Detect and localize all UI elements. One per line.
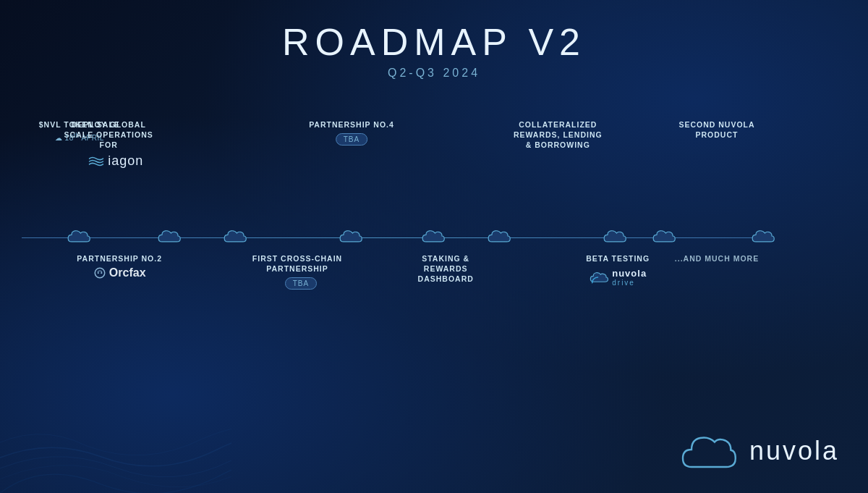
cloud-node-5 xyxy=(222,227,250,248)
subtitle: Q2-Q3 2024 xyxy=(0,67,868,80)
nuvola-brand: nuvola xyxy=(680,429,839,473)
partnership4-item: PARTNERSHIP No.4 TBA xyxy=(309,119,394,160)
timeline-container: $NVL TOKEN SALE ☁ 18th APRIL DEPLOY GLOB… xyxy=(22,119,846,373)
deploy-iagon-label: DEPLOY GLOBAL SCALE OPERATIONS FOR xyxy=(61,119,156,151)
nuvola-brand-text: nuvola xyxy=(749,436,839,466)
second-nuvola-item: SECOND NUVOLA PRODUCT xyxy=(670,119,764,140)
beta-testing-label: BETA TESTING xyxy=(571,253,665,264)
svg-point-2 xyxy=(101,272,102,274)
partnership2-item: PARTNERSHIP No.2 Orcfax xyxy=(69,253,170,279)
cross-chain-tba: TBA xyxy=(285,277,317,290)
deploy-iagon-item: DEPLOY GLOBAL SCALE OPERATIONS FOR iagon xyxy=(61,119,170,169)
partnership2-label: PARTNERSHIP No.2 xyxy=(69,253,170,264)
drive-text: drive xyxy=(612,279,647,287)
cloud-node-10 xyxy=(750,227,778,248)
and-more-item: ...and much more xyxy=(670,253,764,264)
cloud-node-2 xyxy=(156,227,184,248)
cross-chain-label: FIRST CROSS-CHAIN PARTNERSHIP xyxy=(250,253,344,274)
title-section: ROADMAP V2 Q2-Q3 2024 xyxy=(0,0,868,80)
cloud-node-6 xyxy=(420,227,448,248)
cloud-node-8 xyxy=(602,227,629,248)
nuvola-brand-cloud-icon xyxy=(680,429,738,473)
collateralized-item: COLLATERALIZED REWARDS, LENDING & BORROW… xyxy=(511,119,616,151)
cloud-node-1 xyxy=(66,227,93,248)
timeline-line xyxy=(22,237,760,238)
and-more-label: ...and much more xyxy=(670,253,764,264)
svg-point-0 xyxy=(95,268,105,278)
partnership4-label: PARTNERSHIP No.4 xyxy=(309,119,394,130)
staking-label: STAKING & REWARDS DASHBOARD xyxy=(399,253,493,285)
iagon-logo: iagon xyxy=(61,153,170,169)
cloud-node-7 xyxy=(486,227,514,248)
partnership4-tba: TBA xyxy=(336,133,367,146)
orcfax-text: Orcfax xyxy=(109,266,146,279)
staking-item: STAKING & REWARDS DASHBOARD xyxy=(399,253,500,285)
nuvola-drive-logo: nuvola drive xyxy=(571,268,665,287)
beta-testing-item: BETA TESTING nuvola drive xyxy=(571,253,665,287)
collateralized-label: COLLATERALIZED REWARDS, LENDING & BORROW… xyxy=(511,119,605,151)
cross-chain-item: FIRST CROSS-CHAIN PARTNERSHIP TBA xyxy=(250,253,352,290)
cloud-node-9 xyxy=(651,227,678,248)
second-nuvola-label: SECOND NUVOLA PRODUCT xyxy=(670,119,764,140)
orcfax-logo: Orcfax xyxy=(69,266,170,279)
main-title: ROADMAP V2 xyxy=(0,20,868,64)
page-content: ROADMAP V2 Q2-Q3 2024 $NVL TOKEN SALE ☁ … xyxy=(0,0,868,493)
cloud-node-4 xyxy=(338,227,365,248)
svg-point-1 xyxy=(97,272,98,274)
nuvola-text: nuvola xyxy=(612,268,647,279)
iagon-text: iagon xyxy=(108,153,143,169)
